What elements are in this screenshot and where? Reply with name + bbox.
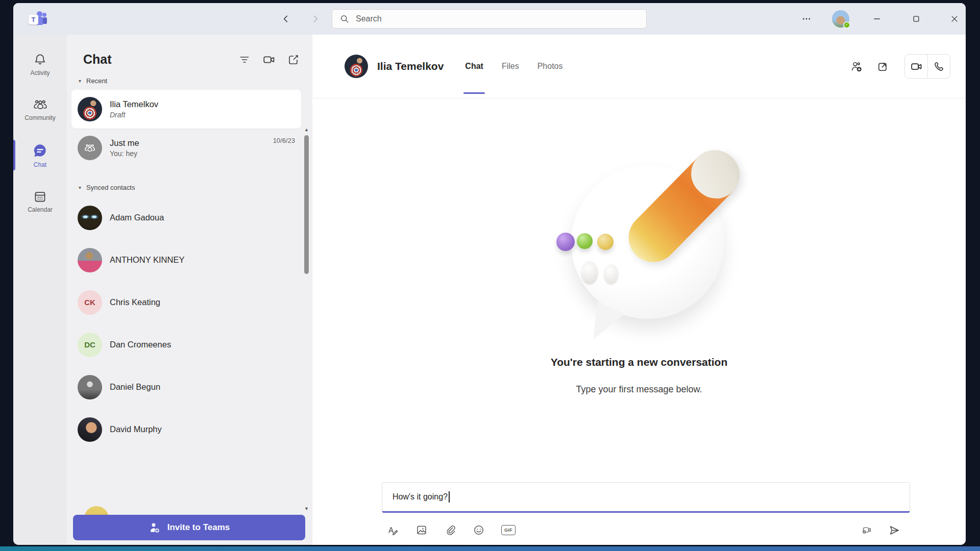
- bell-icon: [33, 53, 47, 67]
- more-options-button[interactable]: [796, 9, 817, 29]
- video-camera-icon: [262, 53, 276, 66]
- desktop-edge-strip: [0, 546, 980, 551]
- compose-icon: [287, 54, 300, 66]
- invite-to-teams-button[interactable]: Invite to Teams: [73, 515, 305, 540]
- person-add-icon: [149, 522, 161, 533]
- video-camera-icon: [910, 60, 923, 73]
- emoji-button[interactable]: [473, 524, 485, 536]
- peer-avatar[interactable]: [345, 55, 368, 78]
- tab-photos[interactable]: Photos: [537, 35, 563, 98]
- filter-icon: [238, 54, 251, 66]
- maximize-icon: [912, 14, 921, 23]
- contact-row-david[interactable]: David Murphy: [71, 408, 301, 450]
- scrollbar-thumb[interactable]: [304, 135, 309, 274]
- back-button[interactable]: [278, 11, 294, 27]
- search-icon: [339, 14, 350, 24]
- eraser-graphic: [681, 140, 749, 208]
- emoji-icon: [473, 524, 485, 536]
- conversation-pane: Ilia Temelkov Chat Files Photos: [312, 35, 966, 545]
- sidebar-item-activity[interactable]: Activity: [13, 53, 67, 77]
- panel-title: Chat: [83, 52, 238, 67]
- group-icon: [83, 142, 96, 154]
- chat-list-panel: Chat ▲ ▼ ▾: [67, 35, 312, 545]
- avatar-initials: DC: [78, 333, 102, 357]
- contact-row-daniel[interactable]: Daniel Begun: [71, 366, 301, 408]
- user-avatar[interactable]: ✓: [832, 10, 849, 28]
- section-synced-contacts[interactable]: ▾ Synced contacts: [71, 177, 301, 196]
- message-input[interactable]: How's it going?: [382, 482, 910, 513]
- image-icon: [415, 524, 428, 536]
- empty-state-title: You're starting a new conversation: [312, 356, 966, 368]
- gif-button[interactable]: GIF: [501, 525, 516, 535]
- sidebar-item-label: Chat: [34, 161, 46, 168]
- minimize-button[interactable]: [867, 9, 887, 29]
- yellow-ball-graphic: [597, 234, 614, 250]
- attach-image-button[interactable]: [415, 524, 428, 536]
- sidebar-item-label: Activity: [30, 69, 50, 77]
- send-icon: [888, 523, 900, 537]
- draft-label: Draft: [110, 111, 295, 119]
- video-clip-button[interactable]: [861, 524, 873, 536]
- conversation-header: Ilia Temelkov Chat Files Photos: [312, 35, 966, 98]
- composer-toolbar: GIF: [387, 519, 516, 541]
- video-call-button[interactable]: [905, 55, 927, 78]
- timestamp: 10/6/23: [273, 137, 295, 144]
- filter-button[interactable]: [238, 53, 251, 66]
- tab-chat[interactable]: Chat: [465, 35, 483, 98]
- avatar: [78, 417, 102, 442]
- paperclip-icon: [444, 524, 456, 536]
- new-conversation-illustration: [532, 153, 746, 347]
- sidebar-item-label: Community: [24, 114, 56, 121]
- green-ball-graphic: [577, 233, 593, 249]
- open-in-new-window-button[interactable]: [876, 59, 890, 73]
- close-button[interactable]: [944, 9, 965, 29]
- person-add-icon: [850, 60, 864, 73]
- attach-file-button[interactable]: [444, 524, 456, 536]
- status-available-badge: ✓: [843, 21, 850, 29]
- contact-row-anthony[interactable]: ANTHONY KINNEY: [71, 239, 301, 281]
- tab-files[interactable]: Files: [502, 35, 519, 98]
- send-button[interactable]: [888, 524, 900, 536]
- maximize-button[interactable]: [906, 9, 926, 29]
- audio-call-button[interactable]: [927, 55, 950, 78]
- text-format-icon: [387, 524, 399, 537]
- meet-now-button[interactable]: [262, 53, 276, 66]
- avatar: [78, 97, 102, 121]
- search-placeholder: Search: [356, 14, 382, 23]
- scrollbar-up-arrow[interactable]: ▲: [304, 127, 309, 132]
- forward-button[interactable]: [307, 11, 324, 27]
- purple-ball-graphic: [556, 233, 575, 251]
- avatar-initials: CK: [78, 290, 102, 315]
- conversation-tabs: Chat Files Photos: [465, 35, 562, 98]
- contact-row-adam[interactable]: Adam Gadoua: [71, 196, 301, 239]
- message-input-value: How's it going?: [393, 492, 448, 502]
- search-input[interactable]: Search: [332, 9, 647, 29]
- sidebar-item-community[interactable]: Community: [13, 98, 67, 121]
- contact-row-dan[interactable]: DC Dan Cromeenes: [71, 323, 301, 366]
- chevron-right-icon: [311, 14, 320, 23]
- sidebar-item-chat[interactable]: Chat: [13, 143, 67, 168]
- chat-bubble-icon: [32, 143, 48, 159]
- people-community-icon: [33, 98, 48, 112]
- chat-row-ilia[interactable]: Ilia Temelkov Draft: [71, 90, 301, 129]
- section-recent[interactable]: ▾ Recent: [71, 70, 301, 90]
- new-chat-button[interactable]: [287, 53, 300, 66]
- teams-logo-icon: T: [29, 10, 48, 28]
- format-button[interactable]: [387, 524, 399, 536]
- chevron-left-icon: [281, 14, 290, 23]
- peer-name: Ilia Temelkov: [377, 60, 444, 72]
- teams-window: T Search ✓ Ac: [13, 3, 966, 545]
- empty-state-subtitle: Type your first message below.: [312, 384, 966, 395]
- avatar: [78, 375, 102, 399]
- scrollbar-down-arrow[interactable]: ▼: [304, 506, 309, 511]
- app-rail: Activity Community Chat Calendar: [13, 35, 67, 545]
- sidebar-item-calendar[interactable]: Calendar: [13, 190, 67, 213]
- text-cursor: [449, 491, 450, 503]
- avatar: [78, 206, 102, 230]
- video-clip-icon: [861, 524, 873, 536]
- chat-row-justme[interactable]: Just me You: hey 10/6/23: [71, 129, 301, 167]
- conversation-body: You're starting a new conversation Type …: [312, 98, 966, 545]
- add-people-button[interactable]: [849, 59, 864, 73]
- chat-list-scroll-area: ▲ ▼ ▾ Recent Ilia Temelkov Draft: [67, 70, 312, 545]
- contact-row-chris[interactable]: CK Chris Keating: [71, 281, 301, 323]
